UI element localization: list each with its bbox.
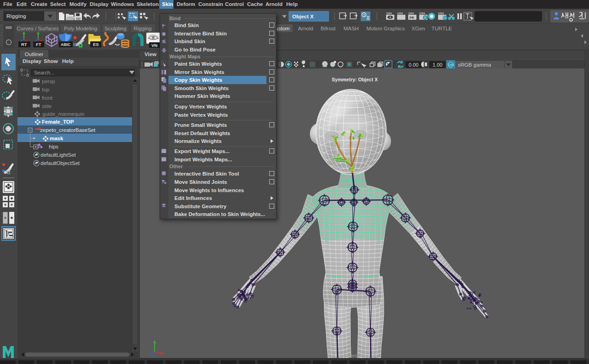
svg-text:ABtC: ABtC: [61, 42, 70, 47]
svg-text:1234: 1234: [408, 12, 414, 15]
svg-text:Rigging: Rigging: [6, 13, 26, 19]
svg-text:PR: PR: [410, 16, 414, 19]
svg-text:1234: 1234: [397, 12, 403, 15]
svg-text:CMS: CMS: [448, 63, 454, 66]
svg-text:sRGB gamma: sRGB gamma: [458, 62, 491, 68]
svg-text:1234: 1234: [386, 12, 392, 15]
svg-text:1234: 1234: [438, 12, 444, 15]
svg-text:VN: VN: [151, 43, 157, 48]
svg-text:Object X: Object X: [292, 14, 314, 19]
svg-text:0.00: 0.00: [409, 62, 418, 68]
svg-text:1234: 1234: [419, 12, 425, 15]
svg-text:1.00: 1.00: [433, 62, 442, 68]
svg-text:FT: FT: [36, 42, 41, 47]
svg-text:RT: RT: [21, 42, 27, 47]
svg-text:ES: ES: [93, 42, 99, 47]
